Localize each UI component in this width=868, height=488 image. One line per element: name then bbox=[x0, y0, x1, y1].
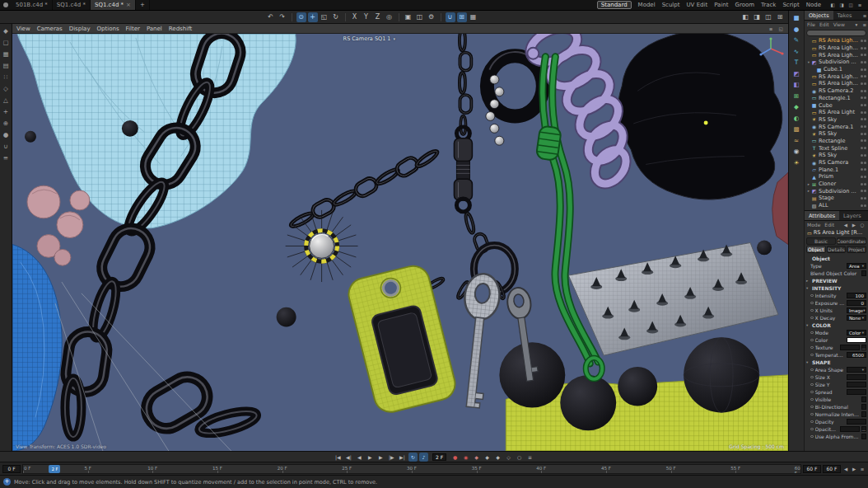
visibility-dot-editor[interactable] bbox=[861, 176, 863, 178]
object-row[interactable]: ◉RS Camera.2 bbox=[805, 87, 868, 95]
keyframe-dot[interactable] bbox=[810, 346, 814, 350]
blend-object-color-checkbox[interactable] bbox=[861, 270, 867, 276]
section-header-color[interactable]: ▾COLOR bbox=[806, 321, 866, 329]
x-decay-dropdown[interactable]: None▾ bbox=[847, 315, 866, 321]
visibility-dot-editor[interactable] bbox=[861, 204, 863, 207]
attributes-menu-edit[interactable]: Edit bbox=[824, 222, 834, 228]
visibility-dot-render[interactable] bbox=[864, 61, 866, 63]
playhead[interactable]: 2 F bbox=[49, 465, 60, 473]
record-position-button[interactable]: ◆ bbox=[472, 453, 481, 462]
keyframe-dot[interactable] bbox=[810, 294, 814, 298]
tweak-mode-icon[interactable]: + bbox=[2, 107, 11, 116]
viewport[interactable]: RS Camera SQ1 1 ▾ View Transform: ACES 1… bbox=[12, 34, 788, 451]
visibility-dot-render[interactable] bbox=[864, 90, 866, 92]
powerslider-options-icon[interactable]: ≡ bbox=[859, 466, 866, 472]
coordinate-system-icon[interactable]: ◎ bbox=[385, 12, 394, 22]
keyframe-dot[interactable] bbox=[810, 406, 814, 409]
document-tab[interactable]: SQ1.c4d * bbox=[53, 0, 91, 10]
extrude-generator-icon[interactable]: ◧ bbox=[791, 80, 801, 89]
visibility-dot-render[interactable] bbox=[864, 82, 866, 85]
keyframe-dot[interactable] bbox=[810, 317, 814, 320]
viewport-menu-filter[interactable]: Filter bbox=[126, 26, 140, 32]
visibility-toggles[interactable] bbox=[861, 104, 866, 106]
viewport-solo-icon[interactable]: ● bbox=[2, 130, 11, 139]
use-alpha-from-color-texture-checkbox[interactable] bbox=[861, 434, 867, 439]
pen-tool-icon[interactable]: ✎ bbox=[791, 35, 801, 45]
enable-axis-icon[interactable]: ⊕ bbox=[2, 119, 11, 128]
previous-frame-button[interactable]: ◀ bbox=[355, 453, 364, 462]
section-header-shape[interactable]: ▾SHAPE bbox=[806, 359, 866, 366]
tab-attributes[interactable]: Attributes bbox=[805, 211, 839, 220]
add-sphere-icon[interactable]: ● bbox=[791, 25, 801, 34]
keyframe-dot[interactable] bbox=[810, 391, 814, 394]
previous-key-button[interactable]: ◀| bbox=[344, 453, 353, 462]
visibility-dot-editor[interactable] bbox=[861, 183, 863, 185]
layout-tab-paint[interactable]: Paint bbox=[714, 2, 728, 8]
texture-mode-icon[interactable]: ▦ bbox=[2, 49, 11, 59]
document-tab[interactable]: 501B.c4d * bbox=[12, 0, 53, 10]
bi-directional-checkbox[interactable] bbox=[861, 404, 867, 410]
layout-single-view-icon[interactable]: ◧ bbox=[740, 12, 750, 22]
visibility-dot-editor[interactable] bbox=[861, 68, 863, 71]
object-row[interactable]: ▲Prism bbox=[805, 173, 868, 181]
object-row[interactable]: ▭RS Area Light.4 bbox=[805, 45, 868, 52]
rotate-tool-icon[interactable]: ↻ bbox=[331, 12, 341, 22]
workspace-panel-left-icon[interactable]: ◧ bbox=[829, 2, 836, 8]
visibility-toggles[interactable] bbox=[861, 133, 866, 135]
viewport-menu-cameras[interactable]: Cameras bbox=[37, 26, 63, 32]
visibility-toggles[interactable] bbox=[861, 96, 866, 99]
goto-start-button[interactable]: |◀ bbox=[334, 453, 343, 462]
move-tool-icon[interactable]: + bbox=[308, 12, 318, 22]
visibility-toggles[interactable] bbox=[861, 54, 866, 56]
add-text-spline-icon[interactable]: T bbox=[791, 58, 801, 67]
layout-tab-uv-edit[interactable]: UV Edit bbox=[687, 2, 708, 8]
layout-dual-view-icon[interactable]: ◨ bbox=[752, 12, 762, 22]
sound-toggle-button[interactable]: ♪ bbox=[419, 453, 428, 462]
visibility-dot-editor[interactable] bbox=[861, 75, 863, 77]
color-swatch[interactable] bbox=[847, 337, 866, 343]
points-mode-icon[interactable]: ∷ bbox=[2, 73, 11, 82]
object-row[interactable]: ▭RS Area Light bbox=[805, 109, 868, 116]
visibility-dot-render[interactable] bbox=[864, 190, 866, 192]
add-light-icon[interactable]: ☀ bbox=[791, 158, 801, 167]
am-lock-icon[interactable]: ○ bbox=[859, 222, 866, 228]
keyframe-dot[interactable] bbox=[810, 368, 814, 372]
keyframe-dot[interactable] bbox=[810, 428, 814, 431]
viewport-menu-display[interactable]: Display bbox=[69, 26, 91, 32]
quantize-toggle-icon[interactable]: ⊞ bbox=[457, 12, 467, 22]
render-settings-icon[interactable]: ⚙ bbox=[427, 12, 436, 22]
layout-triple-view-icon[interactable]: ◫ bbox=[763, 12, 773, 22]
visibility-toggles[interactable] bbox=[861, 40, 866, 42]
visibility-toggles[interactable] bbox=[861, 204, 866, 207]
layout-tab-groom[interactable]: Groom bbox=[735, 2, 755, 8]
visibility-dot-editor[interactable] bbox=[861, 54, 863, 56]
visibility-toggles[interactable] bbox=[861, 154, 866, 157]
area-shape-dropdown[interactable]: ▾ bbox=[847, 367, 866, 373]
visibility-dot-editor[interactable] bbox=[861, 125, 863, 128]
attr-tab-object[interactable]: Object bbox=[806, 246, 826, 253]
tab-objects[interactable]: Objects bbox=[805, 11, 833, 20]
visibility-toggles[interactable] bbox=[861, 147, 866, 149]
visibility-toggles[interactable] bbox=[861, 61, 866, 63]
timeline-max-field[interactable]: 60 F bbox=[823, 465, 841, 473]
visibility-dot-editor[interactable] bbox=[861, 96, 863, 99]
visibility-dot-editor[interactable] bbox=[861, 190, 863, 192]
visibility-dot-editor[interactable] bbox=[861, 111, 863, 114]
keyframe-dot[interactable] bbox=[810, 413, 814, 416]
visibility-dot-editor[interactable] bbox=[861, 139, 863, 142]
render-picture-viewer-icon[interactable]: ◫ bbox=[415, 12, 425, 22]
temperature-k-field[interactable]: 6500 bbox=[847, 352, 866, 358]
make-editable-icon[interactable]: ◆ bbox=[2, 26, 11, 35]
visibility-toggles[interactable] bbox=[861, 176, 866, 178]
document-tab[interactable]: SQ1.c4d *× bbox=[91, 0, 136, 10]
goto-end-button[interactable]: ▶| bbox=[398, 453, 407, 462]
size-y-field[interactable] bbox=[847, 382, 866, 387]
visibility-dot-render[interactable] bbox=[864, 168, 866, 171]
visibility-toggles[interactable] bbox=[861, 162, 866, 164]
visibility-toggles[interactable] bbox=[861, 68, 866, 71]
add-spline-icon[interactable]: ∿ bbox=[791, 47, 801, 56]
object-row[interactable]: ■Cube bbox=[805, 101, 868, 109]
opacity-texture-browse-button[interactable]: … bbox=[861, 426, 867, 432]
object-search-input[interactable] bbox=[806, 30, 866, 36]
visibility-dot-editor[interactable] bbox=[861, 168, 863, 171]
